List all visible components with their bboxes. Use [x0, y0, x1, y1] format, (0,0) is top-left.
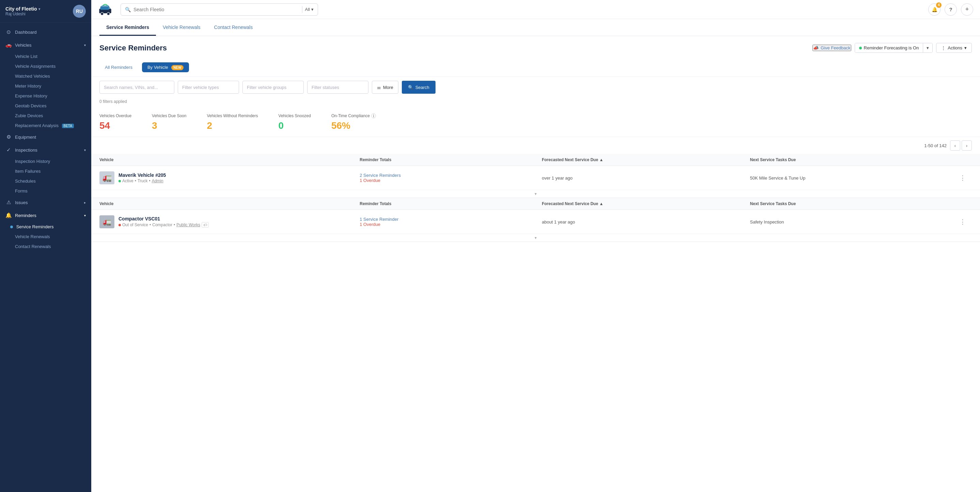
sidebar-nav: ⊙ Dashboard 🚗 Vehicles ▾ Vehicle List Ve… — [0, 23, 91, 492]
page-title: Service Reminders — [99, 44, 167, 53]
name-search-input[interactable] — [99, 81, 174, 94]
stats-bar: Vehicles Overdue 54 Vehicles Due Soon 3 … — [91, 105, 980, 137]
search-filter-dropdown[interactable]: All ▾ — [305, 7, 313, 12]
sidebar-item-vehicle-list[interactable]: Vehicle List — [15, 51, 91, 61]
th-reminder-totals: Reminder Totals — [360, 157, 542, 162]
actions-button[interactable]: ⋮ Actions ▾ — [936, 43, 972, 53]
tab-service-reminders[interactable]: Service Reminders — [99, 19, 156, 36]
status-filter[interactable] — [307, 81, 368, 94]
megaphone-icon: 📣 — [813, 45, 819, 50]
forecast-2: about 1 year ago — [542, 219, 750, 225]
more-filters-button[interactable]: ⚌ More — [372, 81, 398, 94]
sidebar-item-vehicle-renewals[interactable]: Vehicle Renewals — [15, 232, 91, 241]
beta-badge: BETA — [62, 124, 74, 128]
vehicle-info-2: 🚛 Compactor VSC01 Out of Service • Compa… — [99, 215, 360, 228]
stat-compliance: On-Time Compliance ℹ 56% — [331, 113, 376, 131]
table-header-row1: Vehicle Reminder Totals Forecasted Next … — [91, 154, 980, 166]
sidebar-item-meter-history[interactable]: Meter History — [15, 81, 91, 91]
sidebar-item-reminders[interactable]: 🔔 Reminders ▾ — [0, 209, 91, 222]
forecasting-status-button[interactable]: Reminder Forecasting is On — [855, 43, 923, 53]
stat-overdue: Vehicles Overdue 54 — [99, 113, 131, 131]
sidebar-item-forms[interactable]: Forms — [15, 186, 91, 196]
forecasting-dropdown-button[interactable]: ▾ — [923, 43, 932, 53]
sidebar-item-service-reminders[interactable]: Service Reminders — [15, 222, 91, 232]
next-task-1: 50K Mile Service & Tune Up — [750, 176, 958, 181]
vehicles-chevron: ▾ — [84, 43, 86, 47]
reminders-submenu: Service Reminders Vehicle Renewals Conta… — [0, 222, 91, 251]
sidebar-item-contact-renewals[interactable]: Contact Renewals — [15, 241, 91, 251]
sidebar-item-schedules[interactable]: Schedules — [15, 176, 91, 186]
sidebar-item-zubie[interactable]: Zubie Devices — [15, 111, 91, 121]
topnav: 🔍 All ▾ 🔔 4 ? + — [91, 0, 980, 19]
sidebar-item-issues[interactable]: ⚠ Issues ▸ — [0, 196, 91, 209]
by-vehicle-button[interactable]: By Vehicle NEW — [142, 62, 189, 72]
issues-chevron: ▸ — [84, 201, 86, 204]
next-page-button[interactable]: › — [962, 141, 972, 150]
vehicle-group-filter[interactable] — [242, 81, 304, 94]
th-next-tasks-2: Next Service Tasks Due — [750, 201, 958, 206]
pagination-info: 1-50 of 142 — [924, 143, 947, 148]
row-menu-button-2[interactable]: ⋮ — [958, 217, 972, 227]
reminders-chevron: ▾ — [84, 214, 86, 217]
avatar[interactable]: RU — [73, 5, 86, 18]
vehicle-name-1[interactable]: Maverik Vehicle #205 — [118, 173, 166, 178]
reminder-link-2[interactable]: 1 Service Reminder — [360, 217, 542, 222]
forecast-1: over 1 year ago — [542, 176, 750, 181]
org-info: City of Fleetio ▾ Raj Udeshi — [5, 6, 70, 16]
row-menu-button-1[interactable]: ⋮ — [958, 173, 972, 183]
stat-snoozed-value: 0 — [278, 120, 311, 131]
vehicle-type-filter[interactable] — [178, 81, 239, 94]
sidebar-item-item-failures[interactable]: Item Failures — [15, 166, 91, 176]
topnav-right: 🔔 4 ? + — [928, 3, 973, 16]
sidebar-username: Raj Udeshi — [5, 11, 70, 16]
search-input[interactable] — [134, 7, 299, 12]
stat-due-soon: Vehicles Due Soon 3 — [152, 113, 186, 131]
th-forecast-2[interactable]: Forecasted Next Service Due ▲ — [542, 201, 750, 206]
forecasting-control: Reminder Forecasting is On ▾ — [855, 43, 933, 53]
expand-row-1[interactable]: ▾ — [91, 190, 980, 198]
compliance-info-icon: ℹ — [371, 113, 376, 118]
search-button[interactable]: 🔍 Search — [402, 81, 436, 94]
sidebar-item-inspections[interactable]: ✓ Inspections ▾ — [0, 144, 91, 157]
equipment-icon: ⚙ — [5, 134, 11, 140]
sidebar-item-vehicles[interactable]: 🚗 Vehicles ▾ — [0, 38, 91, 51]
sidebar-item-inspection-history[interactable]: Inspection History — [15, 157, 91, 166]
th-vehicle: Vehicle — [99, 157, 360, 162]
th-vehicle-2: Vehicle — [99, 201, 360, 206]
sidebar-item-vehicle-assignments[interactable]: Vehicle Assignments — [15, 61, 91, 71]
reminders-cell-1: 2 Service Reminders 1 Overdue — [360, 173, 542, 183]
actions-dots-icon: ⋮ — [941, 45, 946, 50]
page-actions: 📣 Give Feedback Reminder Forecasting is … — [813, 43, 972, 53]
th-forecast[interactable]: Forecasted Next Service Due ▲ — [542, 157, 750, 162]
vehicle-details-2: Compactor VSC01 Out of Service • Compact… — [118, 216, 209, 228]
tab-contact-renewals[interactable]: Contact Renewals — [207, 19, 260, 36]
prev-page-button[interactable]: ‹ — [950, 141, 960, 150]
reminder-link-1[interactable]: 2 Service Reminders — [360, 173, 542, 178]
global-search-bar[interactable]: 🔍 All ▾ — [121, 3, 318, 16]
vehicle-name-2[interactable]: Compactor VSC01 — [118, 216, 209, 222]
notifications-button[interactable]: 🔔 4 — [928, 3, 940, 16]
tab-vehicle-renewals[interactable]: Vehicle Renewals — [156, 19, 207, 36]
stat-without-value: 2 — [207, 120, 258, 131]
sidebar-item-geotab[interactable]: Geotab Devices — [15, 101, 91, 111]
all-reminders-button[interactable]: All Reminders — [99, 62, 138, 72]
org-name[interactable]: City of Fleetio ▾ — [5, 6, 70, 11]
bell-icon: 🔔 — [932, 7, 937, 12]
reminders-cell-2: 1 Service Reminder 1 Overdue — [360, 217, 542, 227]
sidebar-item-replacement[interactable]: Replacement Analysis BETA — [15, 121, 91, 131]
table-header-row2: Vehicle Reminder Totals Forecasted Next … — [91, 198, 980, 210]
overdue-2: 1 Overdue — [360, 222, 542, 227]
add-button[interactable]: + — [961, 3, 973, 16]
sidebar-item-dashboard[interactable]: ⊙ Dashboard — [0, 26, 91, 38]
help-button[interactable]: ? — [945, 3, 957, 16]
expand-row-2[interactable]: ▾ — [91, 234, 980, 241]
sidebar-item-expense-history[interactable]: Expense History — [15, 91, 91, 101]
vehicle-meta-1: Active • Truck • Admin — [118, 179, 166, 183]
sidebar-item-equipment[interactable]: ⚙ Equipment — [0, 131, 91, 144]
feedback-button[interactable]: 📣 Give Feedback — [813, 45, 851, 51]
vehicle-thumbnail-1: 🚛 — [99, 171, 115, 184]
sidebar-item-watched-vehicles[interactable]: Watched Vehicles — [15, 71, 91, 81]
issues-icon: ⚠ — [5, 199, 11, 206]
content-area: Service Reminders Vehicle Renewals Conta… — [91, 19, 980, 492]
filters-count: 0 filters applied — [91, 98, 980, 105]
